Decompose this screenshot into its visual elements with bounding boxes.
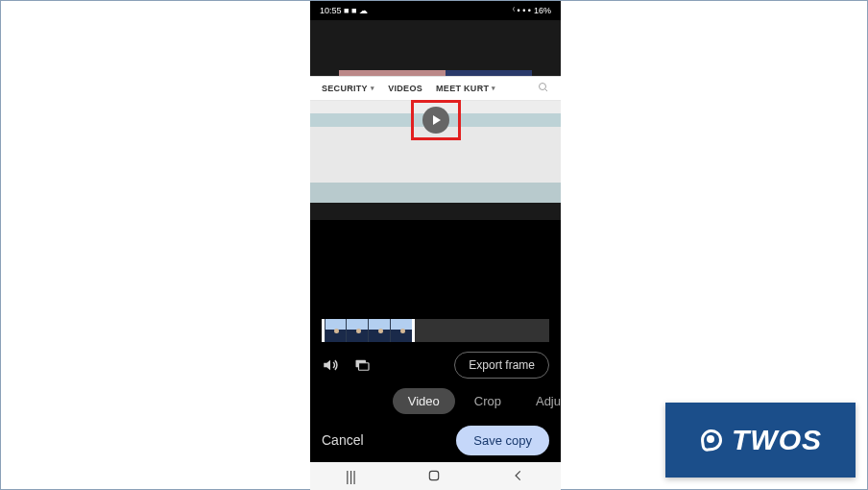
tab-adjust[interactable]: Adju [520, 388, 561, 414]
nav-back-button[interactable] [512, 469, 525, 485]
video-timeline[interactable] [310, 314, 561, 347]
tab-crop[interactable]: Crop [459, 388, 517, 414]
watermark-eye-icon [699, 428, 724, 453]
android-status-bar: 10:55 ■ ■ ☁ ⁽ • • • 16% [310, 1, 561, 20]
video-preview-area[interactable]: SECURITY ▾ VIDEOS MEET KURT ▾ [310, 20, 561, 220]
editor-midspace [310, 220, 561, 314]
timeline-thumb [369, 319, 390, 342]
timeline-rest[interactable] [415, 319, 549, 342]
nav-item-meet-kurt: MEET KURT ▾ [436, 84, 496, 93]
status-network-icons: ⁽ • • • [513, 6, 531, 15]
watermark-text: TWOS [732, 424, 822, 456]
svg-marker-2 [324, 360, 330, 371]
phone-screenshot: 10:55 ■ ■ ☁ ⁽ • • • 16% SECURITY ▾ VIDEO… [310, 1, 561, 490]
editor-controls-row: Export frame [310, 347, 561, 383]
frame-snapshot-button[interactable] [354, 358, 372, 372]
timeline-track[interactable] [322, 319, 549, 342]
timeline-thumb [391, 319, 412, 342]
svg-rect-4 [359, 363, 370, 371]
timeline-trim-selection[interactable] [322, 319, 415, 342]
play-button[interactable] [422, 107, 449, 134]
chevron-down-icon: ▾ [492, 85, 495, 92]
android-nav-bar: ||| [310, 462, 561, 490]
status-battery-pct: 16% [534, 6, 551, 15]
play-icon [433, 115, 441, 125]
svg-point-0 [540, 84, 546, 90]
webpage-nav-bar: SECURITY ▾ VIDEOS MEET KURT ▾ [310, 76, 561, 101]
mute-button[interactable] [322, 356, 339, 374]
play-button-highlight [411, 100, 461, 140]
chevron-down-icon: ▾ [371, 85, 374, 92]
nav-item-security: SECURITY ▾ [322, 84, 374, 93]
editor-tabs: Video Crop Adju [310, 383, 561, 418]
status-time: 10:55 ■ ■ ☁ [320, 6, 368, 15]
watermark-logo: TWOS [665, 403, 856, 478]
nav-label: MEET KURT [436, 84, 489, 93]
save-copy-button[interactable]: Save copy [456, 426, 549, 455]
nav-item-videos: VIDEOS [388, 84, 422, 93]
nav-home-button[interactable] [427, 469, 441, 485]
nav-label: VIDEOS [388, 84, 422, 93]
export-frame-button[interactable]: Export frame [454, 352, 549, 379]
tab-video[interactable]: Video [393, 388, 455, 414]
controls-left [322, 356, 372, 374]
status-notif-icons: ■ ■ ☁ [344, 6, 368, 15]
status-right: ⁽ • • • 16% [513, 6, 551, 15]
search-icon [538, 82, 549, 95]
cancel-button[interactable]: Cancel [322, 432, 364, 448]
svg-line-1 [545, 89, 548, 92]
image-frame: 10:55 ■ ■ ☁ ⁽ • • • 16% SECURITY ▾ VIDEO… [0, 0, 868, 490]
status-time-text: 10:55 [320, 6, 342, 15]
nav-label: SECURITY [322, 84, 368, 93]
nav-recents-button[interactable]: ||| [346, 469, 356, 484]
editor-bottom-bar: Cancel Save copy [310, 418, 561, 462]
svg-rect-5 [429, 471, 438, 479]
timeline-thumb [326, 319, 347, 342]
timeline-thumb [347, 319, 368, 342]
